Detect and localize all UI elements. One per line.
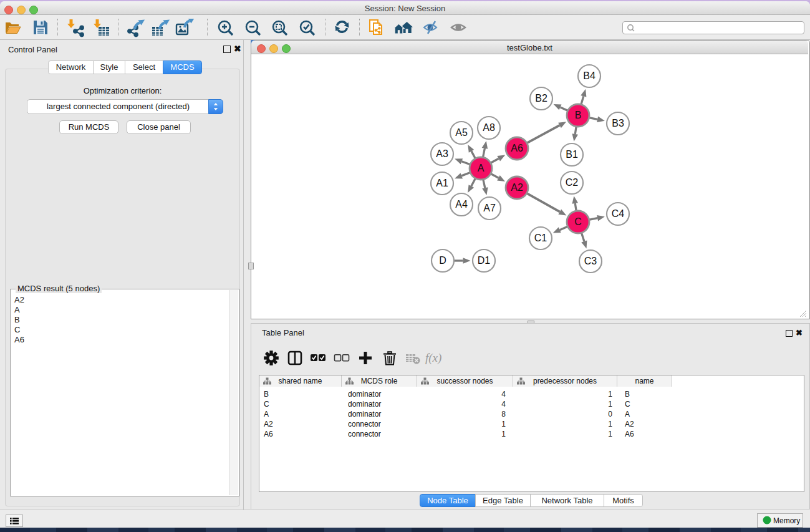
svg-text:B4: B4 [583, 70, 595, 81]
svg-text:A1: A1 [436, 178, 448, 188]
svg-text:C2: C2 [566, 177, 579, 188]
svg-text:A7: A7 [483, 203, 496, 213]
svg-text:A2: A2 [511, 182, 523, 193]
svg-text:C1: C1 [534, 233, 547, 243]
svg-text:A4: A4 [455, 199, 468, 210]
svg-text:B1: B1 [566, 149, 578, 160]
svg-text:D: D [439, 255, 446, 266]
svg-text:A: A [478, 163, 485, 173]
svg-text:A3: A3 [436, 148, 448, 159]
svg-text:A5: A5 [455, 127, 468, 138]
svg-text:B3: B3 [612, 118, 624, 128]
svg-text:B: B [575, 110, 582, 120]
svg-text:B2: B2 [535, 93, 547, 104]
svg-text:D1: D1 [478, 255, 491, 266]
svg-text:C: C [574, 216, 582, 227]
svg-text:A8: A8 [483, 122, 495, 133]
svg-text:A6: A6 [511, 143, 523, 153]
svg-text:C3: C3 [584, 256, 597, 266]
svg-text:C4: C4 [612, 208, 625, 219]
